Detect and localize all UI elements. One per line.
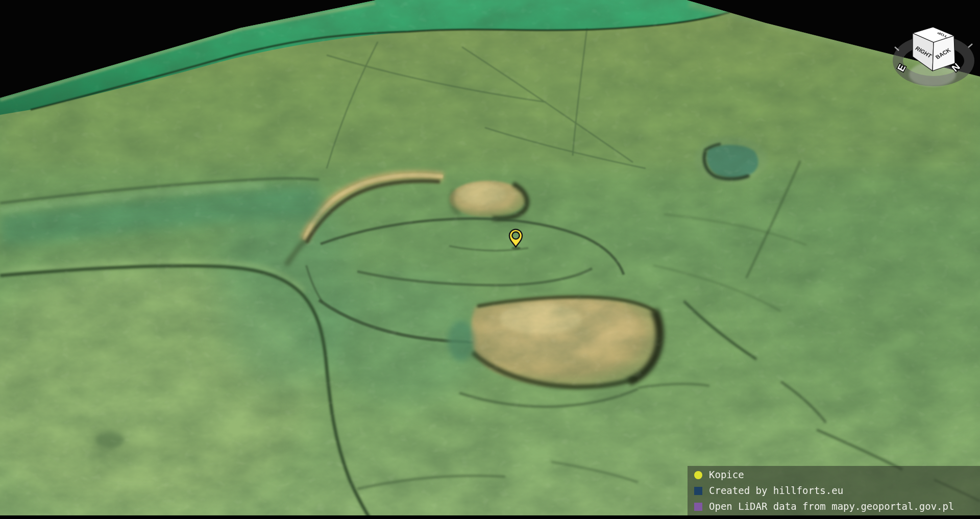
legend-item-kopice: Kopice: [694, 468, 980, 482]
legend-item-credit: Created by hillforts.eu: [694, 484, 980, 498]
terrain-surface[interactable]: [0, 0, 980, 519]
legend-panel: Kopice Created by hillforts.eu Open LiDA…: [688, 466, 980, 515]
legend-item-data-source: Open LiDAR data from mapy.geoportal.gov.…: [694, 500, 980, 514]
legend-label-kopice: Kopice: [709, 470, 744, 480]
legend-label-credit: Created by hillforts.eu: [709, 486, 843, 496]
terrain-render[interactable]: TOP RIGHT BACK E N: [0, 0, 980, 519]
legend-label-data-source: Open LiDAR data from mapy.geoportal.gov.…: [709, 502, 954, 511]
legend-swatch-data-source: [694, 503, 702, 511]
bottom-letterbox-bar: [0, 515, 980, 519]
legend-swatch-credit: [694, 487, 702, 495]
legend-swatch-kopice: [694, 471, 702, 479]
lidar-3d-viewport[interactable]: TOP RIGHT BACK E N Kopice Created by hil…: [0, 0, 980, 519]
